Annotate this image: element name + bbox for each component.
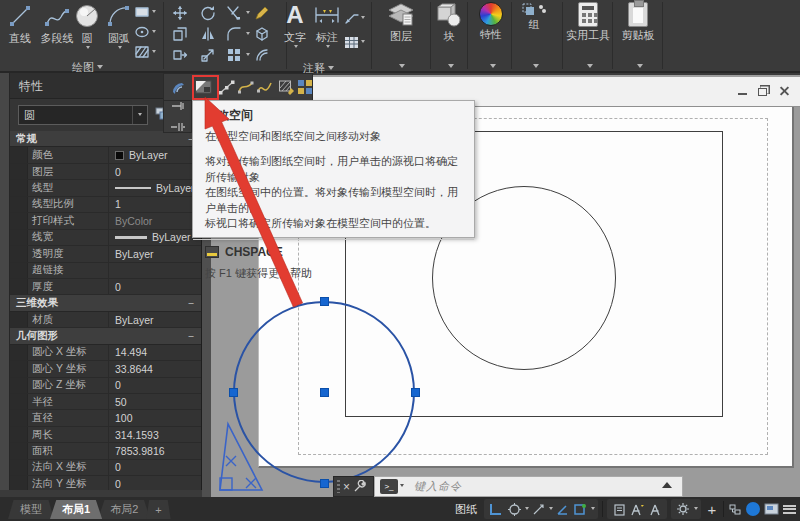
block-panel-button[interactable]: 块 bbox=[432, 2, 466, 44]
dropdown-caret[interactable] bbox=[132, 106, 147, 124]
offset-button[interactable] bbox=[252, 46, 272, 64]
dimension-dropdown-caret[interactable] bbox=[326, 45, 330, 50]
properties-panel-button[interactable]: 特性 bbox=[470, 2, 512, 42]
command-prompt-chip[interactable]: >_ bbox=[380, 479, 398, 494]
text-dropdown-caret[interactable] bbox=[294, 45, 298, 50]
palette-section-header[interactable]: 几何图形 − bbox=[10, 328, 201, 344]
grip-south[interactable] bbox=[320, 479, 329, 488]
property-value[interactable]: ByLayer bbox=[108, 180, 201, 195]
settings-caret[interactable] bbox=[694, 507, 698, 512]
edit-hatch-button[interactable] bbox=[278, 77, 295, 97]
close-command-icon[interactable]: × bbox=[343, 481, 350, 493]
expand-history-handle[interactable] bbox=[662, 482, 672, 488]
layers-panel-caret[interactable] bbox=[399, 64, 405, 71]
property-value[interactable]: 0 bbox=[108, 279, 201, 294]
paper-space-label[interactable]: 图纸 bbox=[455, 502, 477, 517]
clipboard-panel-caret[interactable] bbox=[637, 64, 643, 71]
group-panel-button[interactable]: 组 bbox=[514, 2, 554, 32]
fillet-dropdown-caret[interactable] bbox=[246, 32, 250, 37]
grip-west[interactable] bbox=[229, 388, 238, 397]
lengthen-button[interactable] bbox=[218, 77, 235, 97]
array-button[interactable] bbox=[224, 46, 244, 64]
tab-model[interactable]: 模型 bbox=[8, 500, 54, 519]
break-button[interactable] bbox=[170, 118, 186, 136]
edit-array-button[interactable] bbox=[297, 77, 314, 97]
command-input[interactable]: >_ 键入命令 bbox=[374, 476, 683, 497]
property-value[interactable]: ByLayer bbox=[108, 246, 201, 261]
ellipse-tool-button[interactable] bbox=[134, 25, 156, 39]
hatch-tool-button[interactable] bbox=[134, 45, 156, 59]
customization-menu-icon[interactable] bbox=[780, 500, 798, 518]
circle-tool-button[interactable]: 圆 bbox=[70, 3, 104, 51]
property-value[interactable]: 0 bbox=[108, 460, 201, 475]
property-value[interactable]: 14.494 bbox=[108, 345, 201, 360]
restore-button[interactable] bbox=[756, 85, 770, 97]
draw-panel-label[interactable]: 绘图 bbox=[72, 60, 103, 75]
properties-panel-caret[interactable] bbox=[490, 64, 496, 71]
edit-spline-button[interactable] bbox=[256, 77, 273, 97]
property-value[interactable]: 50 bbox=[108, 394, 201, 409]
palette-sidebar[interactable] bbox=[0, 73, 10, 490]
trim-button[interactable] bbox=[224, 4, 244, 22]
stretch-button[interactable] bbox=[170, 46, 190, 64]
property-value[interactable]: 7853.9816 bbox=[108, 443, 201, 458]
rectangle-tool-button[interactable] bbox=[134, 5, 156, 19]
grip-north[interactable] bbox=[320, 297, 329, 306]
edit-polyline-button[interactable] bbox=[237, 77, 254, 97]
mirror-button[interactable] bbox=[198, 25, 218, 43]
explode-button[interactable] bbox=[252, 25, 272, 43]
move-button[interactable] bbox=[170, 4, 190, 22]
palette-section-header[interactable]: 三维效果 − bbox=[10, 295, 201, 311]
grid-toggle-icon[interactable] bbox=[487, 500, 505, 518]
collapse-icon[interactable]: − bbox=[188, 330, 194, 342]
customize-wrench-icon[interactable] bbox=[353, 480, 366, 493]
dimension-tool-button[interactable]: 标注 bbox=[310, 2, 344, 50]
copy-button[interactable] bbox=[170, 25, 190, 43]
object-type-dropdown[interactable]: 圆 bbox=[18, 105, 148, 125]
collapse-icon[interactable]: − bbox=[188, 297, 194, 309]
annotation-scale-icon[interactable] bbox=[646, 500, 664, 518]
fillet-button[interactable] bbox=[224, 25, 244, 43]
property-value[interactable]: 314.1593 bbox=[108, 427, 201, 442]
add-toggle-icon[interactable]: + bbox=[703, 500, 721, 518]
arc-tool-button[interactable]: 圆弧 bbox=[102, 3, 136, 51]
group-panel-caret[interactable] bbox=[533, 64, 539, 71]
property-value[interactable]: ByLayer bbox=[108, 230, 201, 245]
clipboard-panel-button[interactable]: 剪贴板 bbox=[616, 2, 660, 43]
erase-button[interactable] bbox=[252, 4, 272, 22]
dynamic-input-icon[interactable] bbox=[571, 500, 589, 518]
property-value[interactable]: ByLayer bbox=[108, 147, 201, 162]
grip-east[interactable] bbox=[411, 388, 420, 397]
trim-dropdown-caret[interactable] bbox=[246, 11, 250, 16]
grip-center[interactable] bbox=[320, 388, 329, 397]
property-value[interactable]: ByLayer bbox=[108, 312, 201, 327]
settings-gear-icon[interactable] bbox=[674, 500, 692, 518]
tab-new-layout[interactable]: + bbox=[146, 500, 170, 519]
align-button[interactable] bbox=[170, 97, 186, 115]
property-value[interactable] bbox=[108, 263, 201, 278]
property-value[interactable]: 33.8644 bbox=[108, 361, 201, 376]
block-panel-caret[interactable] bbox=[448, 64, 454, 71]
polar-tracking-icon[interactable] bbox=[529, 500, 547, 518]
ortho-angle-icon[interactable] bbox=[553, 500, 571, 518]
snap-toggle-icon[interactable] bbox=[505, 500, 523, 518]
set-bylayer-button[interactable] bbox=[170, 77, 187, 97]
property-value[interactable]: ByColor bbox=[108, 213, 201, 228]
layers-panel-button[interactable]: 图层 bbox=[373, 2, 429, 44]
property-value[interactable]: 100 bbox=[108, 410, 201, 425]
minimize-button[interactable] bbox=[736, 85, 750, 97]
close-button[interactable] bbox=[778, 85, 792, 97]
property-value[interactable]: 0 bbox=[108, 476, 201, 490]
array-dropdown-caret[interactable] bbox=[246, 53, 250, 58]
rotate-button[interactable] bbox=[198, 4, 218, 22]
table-tool-button[interactable] bbox=[344, 36, 365, 49]
line-tool-button[interactable]: 直线 bbox=[3, 3, 37, 46]
property-value[interactable]: 0 bbox=[108, 378, 201, 393]
utilities-panel-caret[interactable] bbox=[587, 64, 593, 71]
tab-layout2[interactable]: 布局2 bbox=[98, 500, 150, 519]
scale-button[interactable] bbox=[198, 46, 218, 64]
leader-tool-button[interactable] bbox=[344, 12, 365, 25]
annotation-visibility-icon[interactable] bbox=[610, 500, 628, 518]
recent-commands-caret[interactable] bbox=[400, 484, 404, 489]
annotation-autoscale-icon[interactable] bbox=[628, 500, 646, 518]
